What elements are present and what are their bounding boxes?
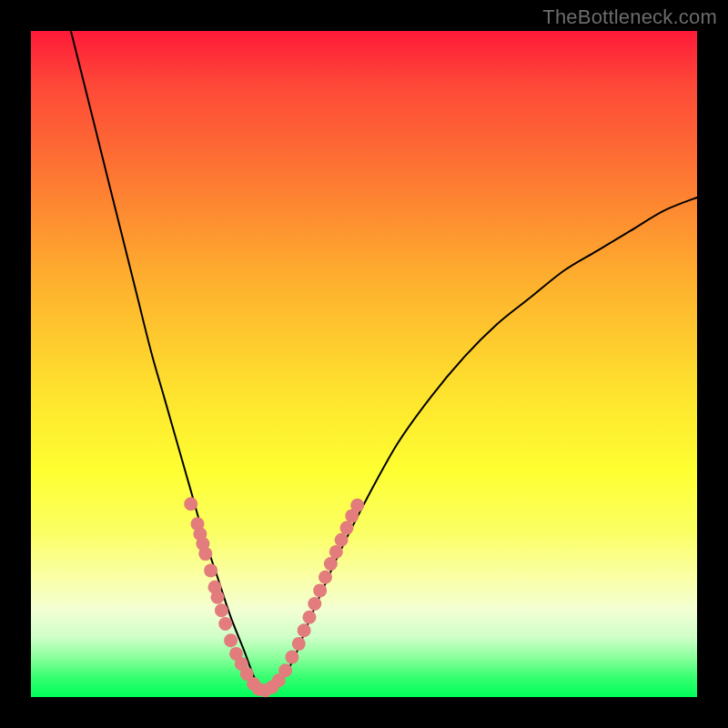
marker-dot bbox=[324, 557, 338, 571]
marker-dot bbox=[204, 563, 217, 577]
chart-svg bbox=[31, 31, 697, 697]
marker-dot bbox=[318, 571, 332, 584]
bottleneck-curve bbox=[71, 31, 697, 691]
marker-dot bbox=[303, 611, 317, 624]
marker-dot bbox=[224, 633, 238, 647]
marker-dot bbox=[329, 545, 343, 559]
marker-dot bbox=[218, 617, 232, 631]
data-markers bbox=[184, 497, 364, 697]
marker-dot bbox=[308, 597, 321, 611]
marker-dot bbox=[184, 497, 197, 511]
plot-area bbox=[31, 31, 697, 697]
marker-dot bbox=[298, 623, 311, 637]
marker-dot bbox=[215, 603, 228, 617]
curve-line bbox=[71, 31, 697, 691]
watermark-text: TheBottleneck.com bbox=[542, 5, 717, 29]
marker-dot bbox=[278, 663, 292, 677]
marker-dot bbox=[292, 637, 306, 651]
marker-dot bbox=[340, 521, 354, 535]
chart-frame: TheBottleneck.com bbox=[0, 0, 728, 728]
marker-dot bbox=[285, 651, 298, 664]
marker-dot bbox=[211, 591, 225, 604]
marker-dot bbox=[335, 533, 349, 547]
marker-dot bbox=[350, 499, 364, 512]
marker-dot bbox=[313, 583, 327, 597]
marker-dot bbox=[198, 547, 212, 561]
